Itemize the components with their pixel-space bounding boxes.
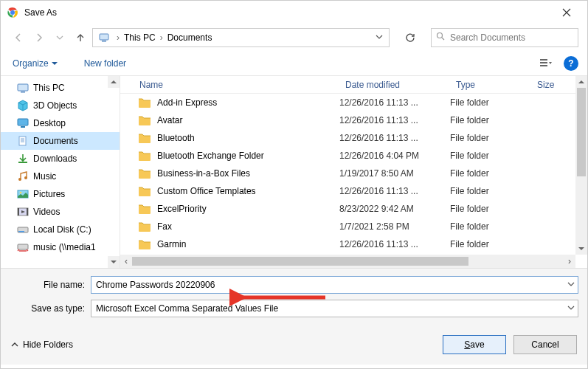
tree-item[interactable]: Desktop — [1, 114, 120, 132]
file-date: 8/23/2022 9:42 AM — [339, 204, 450, 214]
file-type: File folder — [450, 239, 531, 249]
tree-item[interactable]: music (\\media1 — [1, 238, 120, 256]
title-bar: Save As — [1, 1, 587, 24]
window-title: Save As — [24, 7, 552, 18]
file-list-pane: Name Date modified Type Size Add-in Expr… — [120, 76, 587, 268]
tree-item-label: Pictures — [33, 189, 65, 199]
chevron-down-icon[interactable] — [567, 303, 575, 314]
file-row[interactable]: Business-in-a-Box Files1/19/2017 8:50 AM… — [120, 165, 587, 182]
close-button[interactable] — [552, 2, 581, 23]
file-date: 12/26/2016 11:13 ... — [339, 239, 450, 249]
tree-item-label: Documents — [33, 136, 78, 146]
hide-folders-button[interactable]: Hide Folders — [11, 339, 73, 350]
scroll-down-icon[interactable] — [575, 243, 587, 255]
column-date[interactable]: Date modified — [339, 80, 450, 90]
tree-item-label: This PC — [33, 83, 65, 93]
folder-icon — [138, 96, 151, 109]
file-type: File folder — [450, 115, 531, 125]
file-row[interactable]: Add-in Express12/26/2016 11:13 ...File f… — [120, 94, 587, 111]
column-size[interactable]: Size — [531, 80, 575, 90]
file-row[interactable]: Garmin12/26/2016 11:13 ...File folder — [120, 235, 587, 253]
file-type: File folder — [450, 204, 531, 214]
refresh-button[interactable] — [398, 28, 422, 47]
file-name: Custom Office Templates — [157, 186, 339, 196]
file-type: File folder — [450, 221, 531, 232]
cancel-button[interactable]: Cancel — [513, 335, 577, 354]
column-type[interactable]: Type — [450, 80, 531, 90]
vertical-scrollbar[interactable] — [575, 76, 587, 255]
file-row[interactable]: Bluetooth Exchange Folder12/26/2016 4:04… — [120, 147, 587, 165]
forward-button[interactable] — [30, 29, 48, 46]
file-name: Garmin — [157, 239, 339, 249]
svg-rect-11 — [21, 126, 25, 128]
address-dropdown[interactable] — [371, 32, 387, 43]
file-row[interactable]: Bluetooth12/26/2016 11:13 ...File folder — [120, 129, 587, 147]
back-button[interactable] — [10, 29, 27, 46]
svg-rect-9 — [21, 92, 25, 93]
tree-item[interactable]: Pictures — [1, 185, 120, 203]
navigation-bar: › This PC › Documents Search Documents — [1, 24, 587, 51]
tree-item[interactable]: Downloads — [1, 150, 120, 168]
saveastype-label: Save as type: — [10, 303, 91, 314]
svg-rect-19 — [18, 208, 19, 215]
chrome-icon — [7, 7, 18, 18]
file-row[interactable]: Avatar12/26/2016 11:13 ...File folder — [120, 111, 587, 129]
organize-button[interactable]: Organize — [10, 55, 60, 72]
tree-item-label: Desktop — [33, 118, 66, 128]
file-name: Business-in-a-Box Files — [157, 168, 339, 179]
tree-item-label: Local Disk (C:) — [33, 224, 91, 235]
view-options-button[interactable] — [536, 55, 556, 72]
folder-icon — [138, 238, 151, 251]
hscroll-thumb[interactable] — [132, 257, 468, 266]
dialog-footer: Hide Folders Save Cancel — [1, 328, 587, 365]
file-row[interactable]: ExcelPriority8/23/2022 9:42 AMFile folde… — [120, 200, 587, 218]
help-button[interactable]: ? — [564, 56, 578, 71]
file-type: File folder — [450, 151, 531, 161]
search-input[interactable]: Search Documents — [431, 28, 578, 47]
scroll-up-icon[interactable] — [575, 76, 587, 88]
svg-point-1 — [10, 10, 15, 15]
filename-field[interactable] — [96, 280, 573, 290]
tree-item[interactable]: 3D Objects — [1, 97, 120, 114]
tree-item-label: music (\\media1 — [33, 242, 96, 252]
scroll-right-icon[interactable]: › — [564, 256, 575, 266]
file-date: 12/26/2016 4:04 PM — [339, 151, 450, 161]
scroll-left-icon[interactable]: ‹ — [120, 256, 132, 266]
column-name[interactable]: Name — [120, 80, 339, 90]
folder-icon — [138, 220, 151, 233]
folder-icon — [138, 114, 151, 127]
filename-input[interactable] — [91, 276, 578, 294]
folder-icon — [138, 149, 151, 162]
3d-icon — [17, 100, 29, 111]
up-button[interactable] — [72, 29, 89, 46]
saveastype-select[interactable]: Microsoft Excel Comma Separated Values F… — [91, 300, 578, 317]
file-date: 12/26/2016 11:13 ... — [339, 97, 450, 108]
recent-dropdown[interactable] — [51, 29, 69, 46]
chevron-down-icon[interactable] — [567, 280, 575, 290]
file-type: File folder — [450, 97, 531, 108]
breadcrumb-this-pc[interactable]: This PC — [122, 32, 157, 43]
tree-item[interactable]: This PC — [1, 79, 120, 97]
new-folder-button[interactable]: New folder — [81, 55, 129, 72]
breadcrumb-documents[interactable]: Documents — [166, 32, 214, 43]
tree-item-label: Music — [33, 171, 56, 182]
tree-item[interactable]: Documents — [1, 132, 120, 150]
scrollbar-thumb[interactable] — [577, 88, 586, 176]
folder-icon — [138, 167, 151, 180]
tree-scroll-up[interactable] — [108, 76, 120, 88]
file-row[interactable]: Fax1/7/2021 2:58 PMFile folder — [120, 218, 587, 235]
file-row[interactable]: Custom Office Templates12/26/2016 11:13 … — [120, 182, 587, 200]
svg-rect-5 — [540, 59, 547, 61]
tree-item[interactable]: Local Disk (C:) — [1, 221, 120, 238]
save-button[interactable]: Save — [443, 335, 506, 354]
tree-item[interactable]: Music — [1, 168, 120, 185]
tree-item[interactable]: Videos — [1, 203, 120, 221]
tree-item-label: 3D Objects — [33, 100, 77, 111]
toolbar: Organize New folder ? — [1, 51, 587, 76]
file-name: Bluetooth — [157, 133, 339, 143]
file-type: File folder — [450, 133, 531, 143]
address-bar[interactable]: › This PC › Documents — [92, 28, 390, 47]
horizontal-scrollbar[interactable]: ‹ › — [120, 255, 575, 268]
saveastype-value: Microsoft Excel Comma Separated Values F… — [96, 303, 278, 314]
tree-scroll-down[interactable] — [108, 256, 120, 268]
